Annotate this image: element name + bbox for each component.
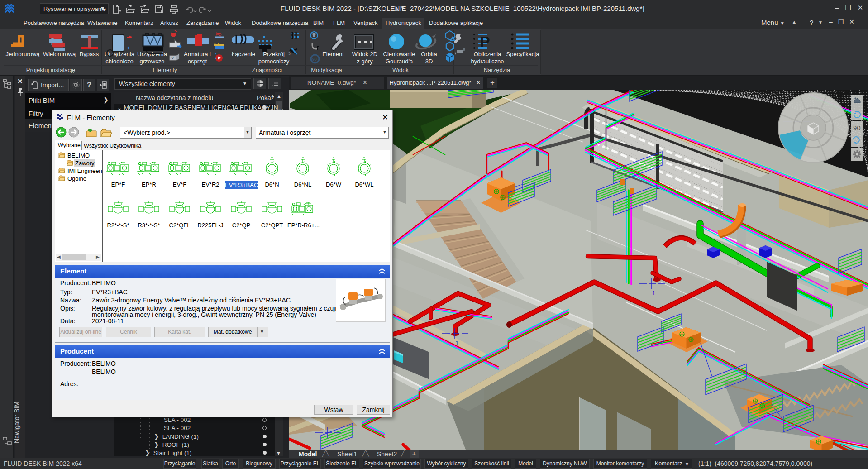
svg-text:?: ? (171, 56, 174, 61)
svg-text:P: P (480, 33, 490, 50)
svg-text:90: 90 (312, 57, 317, 62)
svg-text:3: 3 (288, 51, 291, 56)
svg-text:1: 1 (652, 290, 655, 297)
svg-text:1: 1 (455, 340, 458, 346)
svg-text:90: 90 (853, 124, 861, 132)
